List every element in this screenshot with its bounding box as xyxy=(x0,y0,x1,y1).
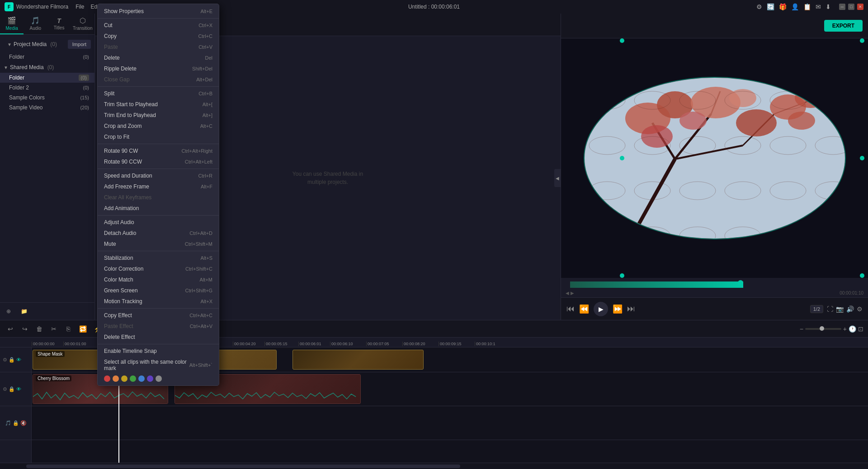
audio-mute-icon[interactable]: 🔇 xyxy=(20,420,27,426)
zoom-in-icon[interactable]: + xyxy=(843,325,847,333)
volume-icon[interactable]: 🔊 xyxy=(846,305,854,313)
handle-mid-right[interactable] xyxy=(860,156,864,160)
ctx-speed-duration[interactable]: Speed and Duration Ctrl+R xyxy=(98,170,219,181)
shared-folder-2[interactable]: Folder 2 (0) xyxy=(0,83,94,93)
timeline-thumb[interactable] xyxy=(738,280,743,286)
ctx-trim-end[interactable]: Trim End to Playhead Alt+] xyxy=(98,110,219,121)
ctx-green-screen[interactable]: Green Screen Ctrl+Shift+G xyxy=(98,285,219,296)
scrollbar-thumb[interactable] xyxy=(26,464,460,468)
tab-audio[interactable]: 🎵 Audio xyxy=(24,14,47,34)
new-folder-button[interactable]: ⊕ xyxy=(3,305,14,317)
ctx-delete-effect[interactable]: Delete Effect xyxy=(98,332,219,342)
notification-icon[interactable]: ✉ xyxy=(816,3,821,10)
step-back-button[interactable]: ⏪ xyxy=(579,304,589,314)
track-2-lock-icon[interactable]: 🔒 xyxy=(9,386,15,392)
update-icon[interactable]: 🔄 xyxy=(767,3,774,10)
download-icon[interactable]: ⬇ xyxy=(826,3,831,10)
clip-plain[interactable] xyxy=(292,350,424,370)
color-dot-blue[interactable] xyxy=(138,375,145,382)
ctx-color-correction[interactable]: Color Correction Ctrl+Shift+C xyxy=(98,263,219,274)
ctx-delete[interactable]: Delete Del xyxy=(98,52,219,63)
undo-button[interactable]: ↩ xyxy=(5,323,16,335)
color-dot-orange[interactable] xyxy=(113,375,119,382)
ctx-rotate-ccw[interactable]: Rotate 90 CCW Ctrl+Alt+Left xyxy=(98,156,219,167)
project-media-section[interactable]: ▼ Project Media (0) xyxy=(4,39,61,50)
ctx-color-match[interactable]: Color Match Alt+M xyxy=(98,274,219,285)
ctx-split[interactable]: Split Ctrl+B xyxy=(98,88,219,99)
ctx-crop-zoom[interactable]: Crop and Zoom Alt+C xyxy=(98,121,219,131)
minimize-button[interactable]: ─ xyxy=(839,4,845,10)
color-dot-purple[interactable] xyxy=(147,375,153,382)
track-1-eye-icon[interactable]: 👁 xyxy=(16,357,21,362)
handle-bot-left[interactable] xyxy=(620,273,624,278)
menu-file[interactable]: File xyxy=(75,4,84,10)
preview-timeline-bar[interactable] xyxy=(570,281,859,288)
ctx-rotate-cw[interactable]: Rotate 90 CW Ctrl+Alt+Right xyxy=(98,145,219,156)
sample-video-item[interactable]: Sample Video (20) xyxy=(0,103,94,113)
audio-lock-icon[interactable]: 🔒 xyxy=(13,420,19,426)
skip-end-button[interactable]: ⏭ xyxy=(627,304,635,314)
ctx-adjust-audio[interactable]: Adjust Audio xyxy=(98,217,219,228)
handle-bot-right[interactable] xyxy=(860,273,864,278)
ctx-crop-fit[interactable]: Crop to Fit xyxy=(98,131,219,142)
ctx-add-animation[interactable]: Add Animation xyxy=(98,203,219,214)
template-icon[interactable]: 📋 xyxy=(803,3,811,10)
copy-button[interactable]: ⎘ xyxy=(62,323,74,335)
account-icon[interactable]: 👤 xyxy=(791,3,799,10)
color-dot-red[interactable] xyxy=(104,375,110,382)
ctx-stabilization[interactable]: Stabilization Alt+S xyxy=(98,253,219,263)
import-button[interactable]: Import xyxy=(68,40,91,49)
settings-icon[interactable]: ⚙ xyxy=(756,3,762,10)
shared-folder-1[interactable]: Folder (0) xyxy=(0,73,94,83)
shared-media-section[interactable]: ▼ Shared Media (0) xyxy=(0,62,94,73)
collapse-panel-button[interactable]: ◀ xyxy=(554,169,561,187)
ctx-enable-snap[interactable]: Enable Timeline Snap xyxy=(98,346,219,356)
ctx-ripple-delete[interactable]: Ripple Delete Shift+Del xyxy=(98,63,219,74)
zoom-out-icon[interactable]: − xyxy=(800,325,803,333)
color-dot-gray[interactable] xyxy=(156,375,162,382)
handle-mid-left[interactable] xyxy=(620,156,624,160)
ctx-motion-tracking[interactable]: Motion Tracking Alt+X xyxy=(98,296,219,307)
skip-start-button[interactable]: ⏮ xyxy=(566,304,575,314)
color-dot-green[interactable] xyxy=(130,375,136,382)
handle-top-right[interactable] xyxy=(860,38,864,43)
redo-button[interactable]: ↪ xyxy=(19,323,31,335)
track-1-settings-icon[interactable]: ⚙ xyxy=(3,357,7,363)
loop-button[interactable]: 🔁 xyxy=(77,323,89,335)
tab-media[interactable]: 🎬 Media xyxy=(0,14,24,34)
delete-button[interactable]: 🗑 xyxy=(33,323,45,335)
ctx-mute[interactable]: Mute Ctrl+Shift+M xyxy=(98,239,219,249)
play-button[interactable]: ▶ xyxy=(594,302,608,316)
quality-selector[interactable]: 1/2 xyxy=(810,305,823,313)
tab-titles[interactable]: T Titles xyxy=(47,14,71,34)
track-1-lock-icon[interactable]: 🔒 xyxy=(9,357,15,363)
fullscreen-icon[interactable]: ⛶ xyxy=(827,305,833,313)
step-forward-button[interactable]: ⏩ xyxy=(613,304,623,314)
folder-item-1[interactable]: Folder (0) xyxy=(0,52,94,62)
export-button[interactable]: EXPORT xyxy=(824,20,863,32)
timeline-scrollbar[interactable] xyxy=(0,463,868,469)
handle-top-left[interactable] xyxy=(620,38,624,43)
ctx-copy-effect[interactable]: Copy Effect Ctrl+Alt+C xyxy=(98,310,219,321)
new-sequence-button[interactable]: 📁 xyxy=(18,305,30,317)
ctx-detach-audio[interactable]: Detach Audio Ctrl+Alt+D xyxy=(98,228,219,239)
cut-button[interactable]: ✂ xyxy=(48,323,60,335)
fit-button[interactable]: ⊡ xyxy=(858,325,863,333)
maximize-button[interactable]: □ xyxy=(848,4,854,10)
color-dot-yellow[interactable] xyxy=(121,375,127,382)
ctx-select-color[interactable]: Select all clips with the same color mar… xyxy=(98,356,219,374)
sample-colors-item[interactable]: Sample Colors (15) xyxy=(0,93,94,103)
ctx-copy[interactable]: Copy Ctrl+C xyxy=(98,31,219,42)
ctx-trim-start[interactable]: Trim Start to Playhead Alt+[ xyxy=(98,99,219,110)
gift-icon[interactable]: 🎁 xyxy=(779,3,787,10)
zoom-slider[interactable] xyxy=(805,328,841,330)
ctx-cut[interactable]: Cut Ctrl+X xyxy=(98,20,219,31)
tab-transition[interactable]: ⬡ Transition xyxy=(71,14,94,34)
settings-preview-icon[interactable]: ⚙ xyxy=(857,305,863,313)
snapshot-icon[interactable]: 📷 xyxy=(836,305,844,313)
ctx-show-properties[interactable]: Show Properties Alt+E xyxy=(98,6,219,17)
track-2-eye-icon[interactable]: 👁 xyxy=(16,386,21,392)
close-button[interactable]: ✕ xyxy=(857,4,863,10)
track-2-settings-icon[interactable]: ⚙ xyxy=(3,386,7,392)
ctx-freeze-frame[interactable]: Add Freeze Frame Alt+F xyxy=(98,181,219,192)
